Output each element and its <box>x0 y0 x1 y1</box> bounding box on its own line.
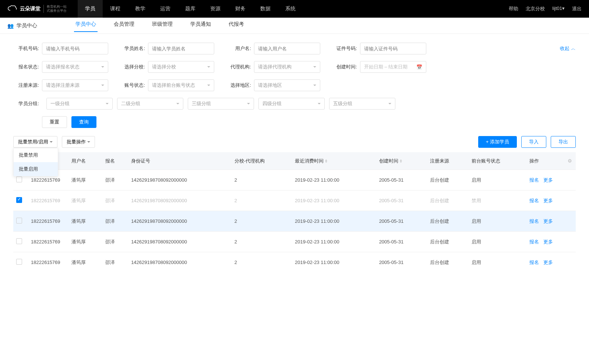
cell-username: 潘筠厚 <box>68 252 102 273</box>
nav-resources[interactable]: 资源 <box>203 0 228 18</box>
nav-finance[interactable]: 财务 <box>228 0 253 18</box>
group1-select[interactable]: 一级分组 <box>46 98 113 110</box>
collapse-toggle[interactable]: 收起 ︿ <box>560 45 576 52</box>
user-menu[interactable]: lijt01▾ <box>552 6 565 12</box>
batch-enable-item[interactable]: 批量启用 <box>14 162 58 176</box>
branch-select[interactable]: 请选择分校 <box>148 61 214 73</box>
user-icon: 👥 <box>7 23 14 29</box>
cell-username: 潘筠厚 <box>68 232 102 252</box>
row-checkbox[interactable] <box>16 176 22 182</box>
add-student-button[interactable]: + 添加学员 <box>478 136 517 148</box>
branch-selector[interactable]: 北京分校 <box>526 6 545 12</box>
top-navigation: 云朵课堂 教育机构一站 式服务云平台 学员 课程 教学 运营 题库 资源 财务 … <box>0 0 589 18</box>
region-select[interactable]: 请选择地区 <box>254 79 320 91</box>
name-input[interactable] <box>148 43 214 54</box>
cell-last-consume: 2019-02-23 11:00:00 <box>292 232 376 252</box>
nav-courses[interactable]: 课程 <box>103 0 128 18</box>
source-label: 注册来源: <box>13 82 39 89</box>
group-label: 学员分组: <box>13 100 39 107</box>
col-branch: 分校-代理机构 <box>232 152 292 170</box>
group3-select[interactable]: 三级分组 <box>188 98 254 110</box>
help-link[interactable]: 帮助 <box>509 6 518 12</box>
cell-source: 后台创建 <box>427 170 469 190</box>
logo[interactable]: 云朵课堂 教育机构一站 式服务云平台 <box>7 5 67 13</box>
export-button[interactable]: 导出 <box>551 136 576 148</box>
create-time-label: 创建时间: <box>331 64 357 70</box>
cell-create-time: 2005-05-31 <box>376 232 427 252</box>
tab-notifications[interactable]: 学员通知 <box>189 21 212 31</box>
cell-idcard: 142629198708092000000 <box>128 190 232 211</box>
action-more[interactable]: 更多 <box>543 198 553 203</box>
col-username: 用户名 <box>68 152 102 170</box>
agent-select[interactable]: 请选择代理机构 <box>254 61 320 73</box>
action-more[interactable]: 更多 <box>543 239 553 245</box>
cell-acct-status: 启用 <box>469 252 526 273</box>
col-create-time[interactable]: 创建时间 <box>376 152 427 170</box>
logo-subtitle: 教育机构一站 式服务云平台 <box>43 5 67 13</box>
nav-questions[interactable]: 题库 <box>178 0 203 18</box>
search-button[interactable]: 查询 <box>71 116 96 128</box>
sub-navigation: 👥 学员中心 学员中心 会员管理 班级管理 学员通知 代报考 <box>0 18 589 34</box>
acct-status-select[interactable]: 请选择前台账号状态 <box>148 79 214 91</box>
nav-teaching[interactable]: 教学 <box>128 0 153 18</box>
tab-member-mgmt[interactable]: 会员管理 <box>112 21 136 31</box>
group4-select[interactable]: 四级分组 <box>258 98 325 110</box>
username-input[interactable] <box>254 43 320 54</box>
col-last-consume[interactable]: 最近消费时间 <box>292 152 376 170</box>
table-row: 18222615769 潘筠厚 邵泽 142629198708092000000… <box>13 232 576 252</box>
gear-icon[interactable]: ⚙ <box>568 158 572 164</box>
idcard-label: 证件号码: <box>331 45 357 52</box>
col-reg: 报名 <box>102 152 128 170</box>
action-register[interactable]: 报名 <box>529 177 539 183</box>
cell-branch: 2 <box>232 170 292 190</box>
action-more[interactable]: 更多 <box>543 177 553 183</box>
row-checkbox[interactable] <box>16 218 22 224</box>
nav-students[interactable]: 学员 <box>78 0 103 18</box>
cell-phone: 18222615769 <box>28 190 68 211</box>
sort-icon <box>325 158 327 164</box>
cell-reg: 邵泽 <box>102 211 128 232</box>
row-checkbox[interactable] <box>16 238 22 244</box>
page-title: 👥 学员中心 <box>7 22 37 29</box>
action-more[interactable]: 更多 <box>543 260 553 265</box>
cell-acct-status: 启用 <box>469 232 526 252</box>
cell-last-consume: 2019-02-23 11:00:00 <box>292 211 376 232</box>
nav-system[interactable]: 系统 <box>278 0 303 18</box>
row-checkbox[interactable] <box>16 259 22 265</box>
cell-idcard: 142629198708092000000 <box>128 252 232 273</box>
top-nav-items: 学员 课程 教学 运营 题库 资源 财务 数据 系统 <box>78 0 303 18</box>
action-register[interactable]: 报名 <box>529 218 539 224</box>
tab-proxy-exam[interactable]: 代报考 <box>227 21 246 31</box>
idcard-input[interactable] <box>360 43 426 54</box>
create-time-picker[interactable]: 开始日期 – 结束日期📅 <box>360 61 426 73</box>
reset-button[interactable]: 重置 <box>42 116 67 128</box>
cell-username: 潘筠厚 <box>68 211 102 232</box>
batch-dropdown: 批量禁用 批量启用 <box>13 148 58 176</box>
tab-class-mgmt[interactable]: 班级管理 <box>151 21 174 31</box>
import-button[interactable]: 导入 <box>521 136 546 148</box>
batch-op-button[interactable]: 批量操作 <box>62 136 95 148</box>
row-checkbox[interactable] <box>16 197 22 203</box>
cell-acct-status: 启用 <box>469 211 526 232</box>
cloud-icon <box>7 5 17 13</box>
nav-operations[interactable]: 运营 <box>153 0 178 18</box>
action-register[interactable]: 报名 <box>529 198 539 203</box>
batch-disable-item[interactable]: 批量禁用 <box>14 148 58 162</box>
cell-phone: 18222615769 <box>28 232 68 252</box>
logout-link[interactable]: 退出 <box>572 6 582 12</box>
group5-select[interactable]: 五级分组 <box>329 98 395 110</box>
reg-status-select[interactable]: 请选择报名状态 <box>42 61 108 73</box>
filter-panel: 手机号码: 学员姓名: 用户名: 证件号码: 收起 ︿ 报名状态: 请选择报名状… <box>0 34 589 132</box>
cell-username: 潘筠厚 <box>68 170 102 190</box>
nav-data[interactable]: 数据 <box>253 0 278 18</box>
action-register[interactable]: 报名 <box>529 260 539 265</box>
source-select[interactable]: 请选择注册来源 <box>42 79 108 91</box>
action-more[interactable]: 更多 <box>543 218 553 224</box>
action-register[interactable]: 报名 <box>529 239 539 245</box>
table-toolbar: 批量禁用/启用 批量操作 批量禁用 批量启用 + 添加学员 导入 导出 <box>0 132 589 152</box>
col-acct-status: 前台账号状态 <box>469 152 526 170</box>
phone-input[interactable] <box>42 43 108 54</box>
tab-student-center[interactable]: 学员中心 <box>74 21 98 31</box>
batch-toggle-button[interactable]: 批量禁用/启用 <box>13 136 57 148</box>
group2-select[interactable]: 二级分组 <box>117 98 183 110</box>
